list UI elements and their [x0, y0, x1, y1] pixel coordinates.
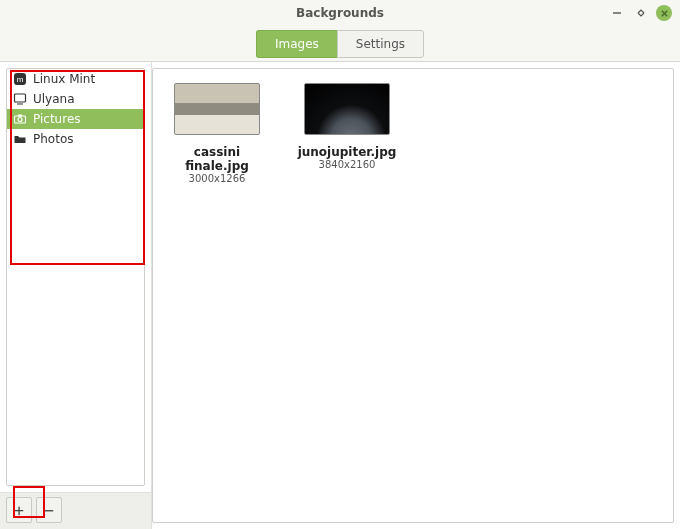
- sidebar-item-label: Linux Mint: [33, 72, 95, 86]
- folder-icon: [13, 132, 27, 146]
- remove-folder-button[interactable]: −: [36, 497, 62, 523]
- svg-text:m: m: [17, 75, 24, 84]
- sidebar-item-photos[interactable]: Photos: [7, 129, 144, 149]
- mint-logo-icon: m: [13, 72, 27, 86]
- svg-rect-8: [18, 115, 22, 117]
- sidebar-item-pictures[interactable]: Pictures: [7, 109, 144, 129]
- sidebar-item-ulyana[interactable]: Ulyana: [7, 89, 144, 109]
- sidebar-item-label: Photos: [33, 132, 73, 146]
- left-pane: m Linux Mint Ulyana Pictu: [0, 62, 152, 529]
- wallpaper-thumbnail: [174, 83, 260, 135]
- wallpaper-filename: cassini finale.jpg: [167, 145, 267, 173]
- source-list: m Linux Mint Ulyana Pictu: [7, 69, 144, 149]
- wallpaper-gallery: cassini finale.jpg 3000x1266 junojupiter…: [152, 68, 674, 523]
- add-folder-button[interactable]: +: [6, 497, 32, 523]
- content-area: m Linux Mint Ulyana Pictu: [0, 62, 680, 529]
- wallpaper-item[interactable]: cassini finale.jpg 3000x1266: [167, 83, 267, 184]
- svg-point-9: [18, 118, 22, 122]
- wallpaper-filename: junojupiter.jpg: [297, 145, 397, 159]
- tabbar: Images Settings: [0, 26, 680, 62]
- wallpaper-thumbnail: [304, 83, 390, 135]
- titlebar: Backgrounds: [0, 0, 680, 26]
- svg-rect-5: [15, 94, 26, 102]
- sidebar-item-label: Pictures: [33, 112, 81, 126]
- sidebar-item-label: Ulyana: [33, 92, 75, 106]
- tab-images[interactable]: Images: [256, 30, 337, 58]
- window-title: Backgrounds: [0, 6, 680, 20]
- sidebar-toolbar: + −: [0, 492, 151, 529]
- wallpaper-resolution: 3840x2160: [297, 159, 397, 170]
- wallpaper-item[interactable]: junojupiter.jpg 3840x2160: [297, 83, 397, 170]
- monitor-icon: [13, 92, 27, 106]
- tab-settings[interactable]: Settings: [337, 30, 424, 58]
- wallpaper-resolution: 3000x1266: [167, 173, 267, 184]
- source-list-container: m Linux Mint Ulyana Pictu: [6, 68, 145, 486]
- backgrounds-window: Backgrounds Images Settings m: [0, 0, 680, 529]
- camera-icon: [13, 112, 27, 126]
- sidebar-item-linux-mint[interactable]: m Linux Mint: [7, 69, 144, 89]
